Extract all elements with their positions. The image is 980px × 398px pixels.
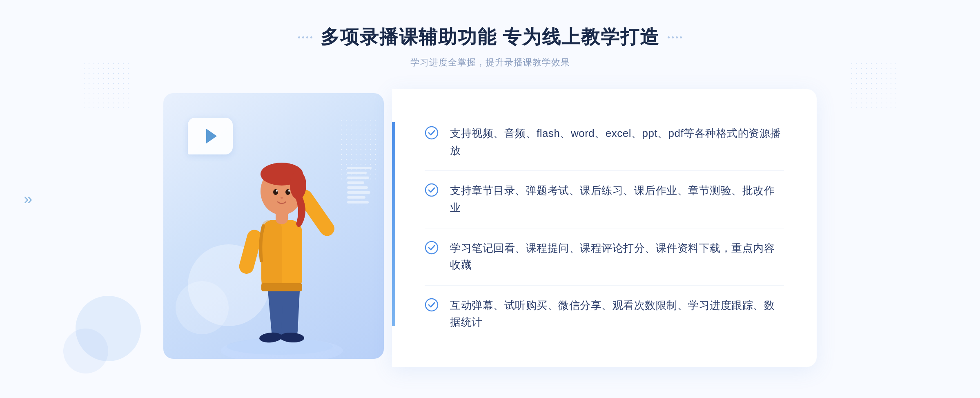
feature-text-2: 支持章节目录、弹题考试、课后练习、课后作业、章节测验、批改作业 xyxy=(450,182,784,216)
content-area: 支持视频、音频、flash、word、excel、ppt、pdf等各种格式的资源… xyxy=(163,89,817,367)
svg-point-17 xyxy=(273,189,278,195)
svg-point-25 xyxy=(425,299,438,311)
image-background xyxy=(163,93,384,359)
chevron-left-icon: » xyxy=(24,190,29,208)
svg-point-22 xyxy=(425,127,438,139)
check-circle-icon-2 xyxy=(425,183,439,197)
right-features-panel: 支持视频、音频、flash、word、excel、ppt、pdf等各种格式的资源… xyxy=(392,89,817,367)
svg-point-1 xyxy=(227,338,333,355)
svg-rect-9 xyxy=(261,220,282,291)
svg-rect-7 xyxy=(282,334,303,341)
page-subtitle: 学习进度全掌握，提升录播课教学效果 xyxy=(298,56,682,69)
feature-item-2: 支持章节目录、弹题考试、课后练习、课后作业、章节测验、批改作业 xyxy=(425,171,784,228)
check-circle-icon-4 xyxy=(425,298,439,312)
header-section: 多项录播课辅助功能 专为线上教学打造 学习进度全掌握，提升录播课教学效果 xyxy=(298,25,682,69)
page-title: 多项录播课辅助功能 专为线上教学打造 xyxy=(321,25,660,50)
feature-item-1: 支持视频、音频、flash、word、excel、ppt、pdf等各种格式的资源… xyxy=(425,114,784,171)
dot-pattern-top-left xyxy=(82,61,131,110)
svg-point-23 xyxy=(425,184,438,196)
svg-rect-10 xyxy=(261,283,302,291)
svg-point-21 xyxy=(281,197,283,199)
feature-item-4: 互动弹幕、试听购买、微信分享、观看次数限制、学习进度跟踪、数据统计 xyxy=(425,286,784,342)
page-container: » 多项录播课辅助功能 专为线上教学打造 学习进度全掌握，提升录播课教学效果 xyxy=(0,0,980,398)
figure-container xyxy=(204,114,359,359)
svg-point-19 xyxy=(276,190,278,192)
deco-circle-bottom-left-2 xyxy=(63,329,108,373)
check-circle-icon-1 xyxy=(425,126,439,140)
left-panel xyxy=(163,89,400,367)
check-circle-icon-3 xyxy=(425,241,439,255)
dot-pattern-top-right xyxy=(849,61,898,110)
feature-text-4: 互动弹幕、试听购买、微信分享、观看次数限制、学习进度跟踪、数据统计 xyxy=(450,297,784,331)
svg-point-24 xyxy=(425,241,438,254)
svg-point-18 xyxy=(285,189,290,195)
feature-text-3: 学习笔记回看、课程提问、课程评论打分、课件资料下载，重点内容收藏 xyxy=(450,240,784,274)
illustration-svg xyxy=(204,114,359,359)
decorator-dots-left xyxy=(298,36,312,38)
feature-text-1: 支持视频、音频、flash、word、excel、ppt、pdf等各种格式的资源… xyxy=(450,125,784,159)
header-decorators: 多项录播课辅助功能 专为线上教学打造 xyxy=(298,25,682,50)
decorator-dots-right xyxy=(668,36,682,38)
svg-point-20 xyxy=(288,190,290,192)
feature-item-3: 学习笔记回看、课程提问、课程评论打分、课件资料下载，重点内容收藏 xyxy=(425,228,784,286)
